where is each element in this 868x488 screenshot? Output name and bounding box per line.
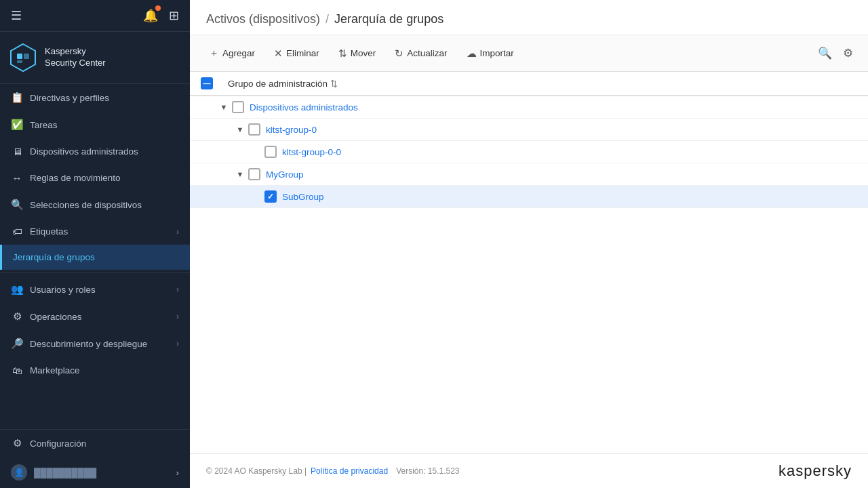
- row-checkbox-checked[interactable]: [264, 190, 277, 203]
- nav-label-selecciones: Selecciones de dispositivos: [30, 200, 142, 210]
- row-label: MyGroup: [266, 169, 304, 180]
- kaspersky-wordmark: kaspersky: [778, 462, 852, 480]
- breadcrumb: Activos (dispositivos) / Jerarquía de gr…: [190, 0, 868, 35]
- table-row[interactable]: ▼ kltst-group-0: [190, 119, 868, 141]
- tareas-icon: ✅: [11, 119, 23, 131]
- move-icon: ⇅: [338, 47, 347, 60]
- app-title: Kaspersky Security Center: [45, 46, 106, 69]
- toolbar: ＋ Agregar ✕ Eliminar ⇅ Mover ↻ Actualiza…: [190, 35, 868, 72]
- table-header: Grupo de administración ⇅: [190, 72, 868, 96]
- nav-label-marketplace: Marketplace: [30, 365, 80, 375]
- agregar-label: Agregar: [222, 48, 255, 58]
- row-checkbox[interactable]: [264, 146, 277, 158]
- nav-item-operaciones[interactable]: ⚙ Operaciones ›: [0, 303, 190, 330]
- nav-item-descubrimiento[interactable]: 🔎 Descubrimiento y despliegue ›: [0, 330, 190, 357]
- nav-item-selecciones[interactable]: 🔍 Selecciones de dispositivos: [0, 191, 190, 218]
- actualizar-button[interactable]: ↻ Actualizar: [387, 43, 455, 64]
- user-menu[interactable]: 👤 ██████████ ›: [0, 457, 190, 488]
- mover-button[interactable]: ⇅ Mover: [330, 43, 384, 64]
- row-checkbox[interactable]: [248, 123, 260, 136]
- privacy-policy-link[interactable]: Política de privacidad: [311, 466, 388, 476]
- notification-badge: [155, 5, 161, 11]
- nav-item-etiquetas[interactable]: 🏷 Etiquetas ›: [0, 218, 190, 245]
- descubrimiento-chevron-icon: ›: [176, 339, 179, 348]
- header-checkbox-minus[interactable]: [201, 77, 213, 89]
- nav-label-operaciones: Operaciones: [30, 312, 82, 322]
- actualizar-label: Actualizar: [407, 48, 447, 58]
- nav-item-marketplace[interactable]: 🛍 Marketplace: [0, 357, 190, 384]
- nav-label-tareas: Tareas: [30, 120, 58, 130]
- etiquetas-chevron-icon: ›: [176, 227, 179, 237]
- nav-label-descubrimiento: Descubrimiento y despliegue: [30, 339, 147, 349]
- add-icon: ＋: [209, 47, 219, 60]
- nav-label-etiquetas: Etiquetas: [30, 226, 68, 237]
- delete-icon: ✕: [274, 47, 283, 60]
- table-area: Grupo de administración ⇅ ▼ Dispositivos…: [190, 72, 868, 453]
- user-chevron-icon: ›: [176, 468, 180, 478]
- nav-label-configuracion: Configuración: [30, 439, 86, 449]
- svg-marker-0: [11, 44, 35, 71]
- row-checkbox[interactable]: [232, 101, 244, 113]
- etiquetas-icon: 🏷: [11, 226, 23, 237]
- importar-button[interactable]: ☁ Importar: [458, 43, 522, 64]
- nav-item-directivas[interactable]: 📋 Directivas y perfiles: [0, 84, 190, 111]
- nav-item-configuracion[interactable]: ⚙ Configuración: [0, 430, 190, 457]
- user-label: ██████████: [34, 468, 96, 478]
- header-label: Grupo de administración ⇅: [228, 79, 338, 89]
- importar-label: Importar: [480, 48, 514, 58]
- search-button[interactable]: 🔍: [814, 42, 836, 64]
- nav-item-usuarios[interactable]: 👥 Usuarios y roles ›: [0, 276, 190, 303]
- nav-label-reglas: Reglas de movimiento: [30, 173, 121, 183]
- sidebar-top-bar: ☰ 🔔 ⊞: [0, 0, 190, 32]
- nav-item-tareas[interactable]: ✅ Tareas: [0, 111, 190, 138]
- nav-item-dispositivos[interactable]: 🖥 Dispositivos administrados: [0, 138, 190, 165]
- row-label: SubGroup: [282, 192, 324, 202]
- header-checkbox-cell: [201, 77, 228, 89]
- breadcrumb-separator: /: [326, 12, 329, 26]
- main-content: Activos (dispositivos) / Jerarquía de gr…: [190, 0, 868, 488]
- expand-icon[interactable]: ▼: [217, 103, 231, 111]
- svg-rect-2: [24, 54, 29, 59]
- nav-label-dispositivos: Dispositivos administrados: [30, 146, 138, 157]
- import-icon: ☁: [467, 47, 477, 60]
- notifications-icon[interactable]: 🔔: [140, 5, 161, 26]
- panels-icon[interactable]: ⊞: [166, 5, 182, 26]
- agregar-button[interactable]: ＋ Agregar: [201, 43, 263, 64]
- descubrimiento-icon: 🔎: [11, 338, 23, 350]
- filter-icon: ⚙: [843, 47, 853, 60]
- table-row[interactable]: ▼ Dispositivos administrados: [190, 96, 868, 119]
- operaciones-chevron-icon: ›: [176, 312, 179, 321]
- kaspersky-logo-text: kaspersky: [778, 462, 852, 480]
- row-checkbox[interactable]: [248, 168, 260, 180]
- table-row[interactable]: SubGroup: [190, 186, 868, 208]
- eliminar-label: Eliminar: [286, 48, 319, 58]
- marketplace-icon: 🛍: [11, 365, 23, 376]
- header-text: Grupo de administración: [228, 79, 328, 89]
- table-row[interactable]: ▼ MyGroup: [190, 163, 868, 186]
- breadcrumb-current: Jerarquía de grupos: [334, 12, 443, 26]
- nav-label-jerarquia: Jerarquía de grupos: [13, 252, 95, 262]
- dispositivos-icon: 🖥: [11, 146, 23, 157]
- user-avatar-icon: 👤: [11, 464, 27, 481]
- usuarios-icon: 👥: [11, 283, 23, 296]
- configuracion-icon: ⚙: [11, 437, 23, 449]
- footer-copyright: © 2024 AO Kaspersky Lab |: [206, 466, 307, 476]
- expand-icon[interactable]: ▼: [233, 170, 247, 178]
- nav-item-reglas[interactable]: ↔ Reglas de movimiento: [0, 165, 190, 191]
- nav-label-usuarios: Usuarios y roles: [30, 285, 96, 295]
- filter-button[interactable]: ⚙: [839, 42, 857, 64]
- breadcrumb-parent: Activos (dispositivos): [206, 12, 320, 26]
- sort-icon[interactable]: ⇅: [330, 79, 338, 89]
- svg-rect-1: [17, 54, 22, 59]
- eliminar-button[interactable]: ✕ Eliminar: [266, 43, 328, 64]
- table-row[interactable]: kltst-group-0-0: [190, 141, 868, 163]
- row-label: Dispositivos administrados: [250, 102, 358, 113]
- expand-icon[interactable]: ▼: [233, 125, 247, 134]
- search-icon: 🔍: [818, 47, 832, 60]
- menu-icon[interactable]: ☰: [8, 5, 24, 26]
- row-label: kltst-group-0: [266, 125, 317, 135]
- main-footer: © 2024 AO Kaspersky Lab | Política de pr…: [190, 453, 868, 488]
- row-label: kltst-group-0-0: [282, 147, 341, 157]
- nav-item-jerarquia[interactable]: Jerarquía de grupos: [0, 245, 190, 270]
- sidebar-bottom: ⚙ Configuración 👤 ██████████ ›: [0, 429, 190, 488]
